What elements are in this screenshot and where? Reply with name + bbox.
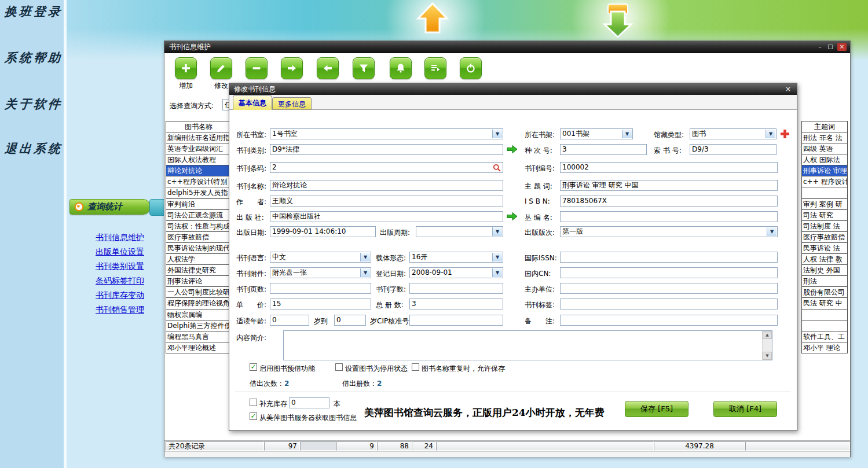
language-select[interactable]: 中文▼ [270,252,371,263]
previous-record-button[interactable] [317,57,339,79]
pub-cycle-select[interactable]: ▼ [416,226,503,237]
dropdown-arrow-icon[interactable]: ▼ [492,227,502,236]
add-shelf-icon[interactable] [781,130,789,138]
cloud-checkbox[interactable]: ✓ [250,412,257,420]
author-input[interactable]: 王顺义 [270,196,503,207]
list-item[interactable]: 医疗事故赔偿 [801,232,848,243]
list-item[interactable]: 刑法 罪名 法 [801,132,848,143]
shelf-select[interactable]: 001书架▼ [560,128,633,139]
attachment-select[interactable]: 附光盘一张▼ [270,267,371,278]
query-link[interactable]: 书刊信息维护 [96,233,144,243]
age-to-input[interactable]: 0 [334,315,366,326]
dialog-close-button[interactable]: × [784,85,792,93]
intro-textarea[interactable]: ▲ ▼ [283,330,772,360]
list-item[interactable]: 邓小平 理论 [801,342,848,353]
pages-input[interactable] [270,283,371,294]
sidebar-item[interactable]: 退出系统 [4,141,63,157]
query-link[interactable]: 书刊类别设置 [96,261,144,272]
register-date-select[interactable]: 2008-09-01▼ [409,267,503,278]
reminder-button[interactable] [390,57,412,79]
collection-type-select[interactable]: 图书▼ [690,128,777,139]
subject-input[interactable]: 刑事诉讼 审理 研究 中国 [560,180,778,191]
list-item[interactable]: 刑事法评论 [166,276,232,287]
dropdown-arrow-icon[interactable]: ▼ [492,253,502,261]
query-link[interactable]: 书刊销售管理 [96,305,144,315]
list-item[interactable]: 审判前沿 [166,199,232,210]
save-button[interactable]: 保存 [F5] [625,401,688,417]
delete-button[interactable] [246,57,268,79]
query-stats-ribbon[interactable]: 查询统计 [69,199,151,215]
list-item[interactable]: 刑事诉讼 审理 [801,165,848,176]
carrier-select[interactable]: 16开▼ [409,252,503,263]
book-no-input[interactable]: 100002 [560,162,778,173]
list-item[interactable]: 邓小平理论概述 [166,342,232,353]
minimize-button[interactable]: – [815,43,825,51]
total-copies-input[interactable]: 3 [409,299,503,309]
book-name-input[interactable]: 辩论对抗论 [270,180,503,191]
scroll-down-icon[interactable]: ▼ [763,352,772,360]
edition-select[interactable]: 第一版▼ [560,226,778,237]
cn-input[interactable] [560,267,778,278]
exit-button[interactable] [460,57,482,79]
dupsave-checkbox[interactable] [412,363,419,371]
close-button[interactable]: × [837,43,847,51]
list-item[interactable]: 民事诉讼 法 [801,243,848,254]
sidebar-item[interactable]: 换班登录 [4,3,63,20]
isbn-input[interactable]: 780185067X [560,196,778,207]
list-item[interactable]: 软件工具、工 [801,331,848,342]
list-item[interactable]: 物权宗属编 [166,309,232,320]
list-item[interactable]: 民事诉讼法制的现代 [166,243,232,254]
list-item[interactable]: c++ 程序设计 [801,176,848,187]
call-no-input[interactable]: D9/3 [690,144,777,155]
dropdown-arrow-icon[interactable]: ▼ [767,227,777,236]
list-item[interactable]: 人权 国际法 [801,154,848,165]
list-item[interactable]: 司法制度 法 [801,221,848,232]
list-item[interactable]: 审判 案例 研 [801,199,848,210]
tab-more-info[interactable]: 更多信息 [272,97,312,110]
list-item[interactable]: 刑法 [801,276,848,287]
list-item[interactable]: 外国法律史研究 [166,265,232,276]
list-item[interactable]: 人权法学 [166,254,232,265]
next-record-button[interactable] [281,57,303,79]
list-item[interactable]: 一人公司制度比较研 [166,287,232,298]
list-item[interactable]: 司法公正观念源流 [166,210,232,221]
filter-button[interactable] [353,57,375,79]
restock-input[interactable]: 0 [289,397,329,408]
dropdown-arrow-icon[interactable]: ▼ [360,253,370,261]
barcode-search-icon[interactable] [493,164,501,172]
room-select[interactable]: 1号书室▼ [270,128,503,139]
publisher-lookup-arrow-icon[interactable] [507,212,518,221]
list-item[interactable]: 医疗事故赔偿 [166,232,232,243]
dropdown-arrow-icon[interactable]: ▼ [492,130,502,138]
issn-input[interactable] [560,252,778,263]
category-input[interactable]: D9*法律 [270,144,503,155]
list-item[interactable] [801,309,848,320]
list-item[interactable]: 编程黑马真言 [166,331,232,342]
list-item[interactable]: 法制史 外国 [801,265,848,276]
note-input[interactable] [560,315,778,326]
edit-button[interactable] [210,57,232,79]
age-from-input[interactable]: 0 [270,315,309,326]
list-item[interactable] [801,320,848,331]
query-link[interactable]: 出版单位设置 [96,247,144,257]
list-item[interactable]: 四级 英语 [801,143,848,154]
pub-date-input[interactable]: 1999-09-01 14:06:10 [270,226,376,237]
sidebar-item[interactable]: 系统帮助 [4,50,63,66]
scroll-up-icon[interactable]: ▲ [763,331,772,339]
list-item[interactable]: 司法权：性质与构成 [166,221,232,232]
list-item[interactable]: delphi5开发人员指 [166,187,232,198]
host-unit-input[interactable] [560,283,778,294]
query-link[interactable]: 书刊库存变动 [96,290,144,301]
price-input[interactable]: 15 [270,299,371,309]
list-item[interactable]: 新编刑法罪名适用指 [166,132,232,143]
dropdown-arrow-icon[interactable]: ▼ [766,130,775,138]
query-link[interactable]: 条码标签打印 [96,276,144,286]
prelend-checkbox[interactable]: ✓ [250,363,257,371]
list-item[interactable]: Delphi第三方控件使 [166,320,232,331]
restock-checkbox[interactable] [250,399,257,406]
dropdown-arrow-icon[interactable]: ▼ [622,130,632,138]
list-item[interactable] [801,187,848,198]
stopuse-checkbox[interactable] [335,363,343,371]
add-button[interactable] [175,57,197,79]
list-item[interactable]: c++程序设计(特别 [166,176,232,187]
